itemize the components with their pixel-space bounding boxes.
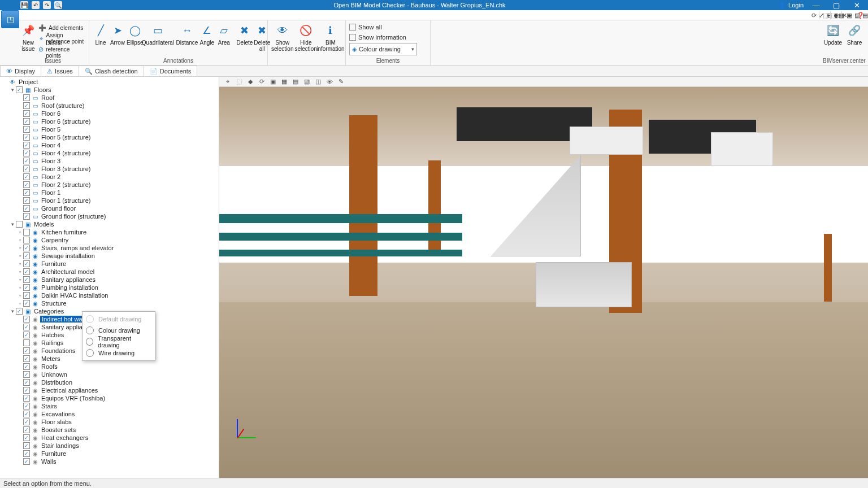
tab-clash-detection[interactable]: 🔍Clash detection bbox=[79, 66, 144, 76]
expander-icon[interactable]: ▫ bbox=[17, 245, 23, 251]
menu-item-transparent-drawing[interactable]: Transparent drawing bbox=[83, 336, 155, 347]
tree-node[interactable]: ◉Walls bbox=[2, 457, 219, 465]
app-button[interactable]: ◳ bbox=[1, 10, 19, 28]
checkbox[interactable] bbox=[16, 221, 23, 228]
tab-documents[interactable]: 📄Documents bbox=[144, 66, 198, 76]
tree-node[interactable]: ▫◉Architectural model bbox=[2, 268, 219, 276]
quadrilateral-button[interactable]: ▭Quadrilateral bbox=[144, 21, 171, 46]
tree-node[interactable]: ▭Floor 1 (structure) bbox=[2, 197, 219, 204]
vs-icon[interactable]: ⟳ bbox=[811, 11, 817, 19]
close-button[interactable]: ✕ bbox=[849, 1, 865, 10]
tree-node[interactable]: ▭Floor 3 (structure) bbox=[2, 165, 219, 173]
checkbox[interactable] bbox=[23, 134, 30, 141]
checkbox[interactable] bbox=[23, 102, 30, 109]
tree-node[interactable]: ◉Floor slabs bbox=[2, 418, 219, 426]
hide-selection-button[interactable]: 🚫Hide selection bbox=[294, 21, 316, 52]
tree-node[interactable]: ▭Ground floor bbox=[2, 204, 219, 212]
tree-node[interactable]: ◉Booster sets bbox=[2, 426, 219, 434]
view-tool-icon[interactable]: ▤ bbox=[292, 78, 300, 86]
tab-display[interactable]: 👁Display bbox=[0, 66, 41, 76]
expander-icon[interactable]: ▫ bbox=[17, 277, 23, 282]
checkbox[interactable] bbox=[23, 411, 30, 417]
checkbox[interactable] bbox=[23, 197, 30, 204]
expander-icon[interactable]: ▫ bbox=[17, 261, 23, 267]
tree-node[interactable]: ◉Electrical appliances bbox=[2, 386, 219, 394]
3d-viewport[interactable] bbox=[219, 87, 868, 478]
login-button[interactable]: 👤 Login bbox=[778, 2, 804, 9]
checkbox[interactable] bbox=[23, 426, 30, 433]
tree-node[interactable]: ▭Ground floor (structure) bbox=[2, 212, 219, 220]
tree-node[interactable]: ▾▣Models bbox=[2, 220, 219, 228]
ellipse-button[interactable]: ◯Ellipse bbox=[127, 21, 143, 46]
tree-node[interactable]: ▭Floor 1 bbox=[2, 189, 219, 197]
tree-node[interactable]: ◉Stair landings bbox=[2, 442, 219, 450]
tree-node[interactable]: ▭Floor 4 bbox=[2, 141, 219, 149]
checkbox[interactable] bbox=[23, 245, 30, 251]
view-tool-icon[interactable]: ✎ bbox=[337, 78, 345, 86]
checkbox[interactable] bbox=[23, 189, 30, 196]
tree-node[interactable]: ◉Furniture bbox=[2, 450, 219, 457]
tree-node[interactable]: ▫◉Daikin HVAC installation bbox=[2, 291, 219, 299]
checkbox[interactable] bbox=[23, 355, 30, 362]
tree-node[interactable]: ◉Excavations bbox=[2, 410, 219, 418]
expander-icon[interactable]: ▫ bbox=[17, 269, 23, 274]
checkbox[interactable] bbox=[23, 165, 30, 172]
tree-node[interactable]: ◉Roofs bbox=[2, 363, 219, 371]
checkbox[interactable] bbox=[23, 363, 30, 370]
help-icon[interactable]: ❓ bbox=[857, 11, 865, 19]
minimize-button[interactable]: — bbox=[808, 1, 824, 10]
tree-node[interactable]: ▫◉Structure bbox=[2, 299, 219, 307]
tree-node[interactable]: ◉Stairs bbox=[2, 402, 219, 410]
delete-reference-points-button[interactable]: ⊘Delete reference points bbox=[37, 44, 85, 54]
view-tool-icon[interactable]: ⌖ bbox=[224, 78, 232, 86]
vs-icon[interactable]: ● bbox=[845, 11, 853, 19]
checkbox[interactable] bbox=[23, 284, 30, 291]
tree-node[interactable]: ▫◉Plumbing installation bbox=[2, 284, 219, 291]
tab-issues[interactable]: ⚠Issues bbox=[41, 66, 79, 76]
tree-node[interactable]: ◉Unknown bbox=[2, 371, 219, 378]
expander-icon[interactable]: ▫ bbox=[17, 229, 23, 235]
tree-node[interactable]: ◉Equipos VRF (Toshiba) bbox=[2, 394, 219, 402]
vs-icon[interactable]: ◐ bbox=[834, 11, 840, 19]
update-button[interactable]: 🔄Update bbox=[823, 21, 843, 46]
checkbox[interactable] bbox=[23, 379, 30, 386]
checkbox[interactable] bbox=[23, 395, 30, 402]
checkbox[interactable] bbox=[23, 324, 30, 330]
checkbox[interactable] bbox=[23, 252, 30, 259]
tree-node[interactable]: ▭Floor 6 (structure) bbox=[2, 117, 219, 125]
expander-icon[interactable]: ▫ bbox=[17, 285, 23, 290]
tree-node[interactable]: ▭Roof bbox=[2, 94, 219, 102]
show-all-checkbox[interactable]: Show all bbox=[349, 23, 427, 32]
checkbox[interactable] bbox=[23, 94, 30, 101]
checkbox[interactable] bbox=[23, 434, 30, 441]
tree-node[interactable]: ▭Floor 2 (structure) bbox=[2, 181, 219, 189]
checkbox[interactable] bbox=[23, 229, 30, 236]
maximize-button[interactable]: ▢ bbox=[828, 1, 844, 10]
tree-node[interactable]: ◉Heat exchangers bbox=[2, 434, 219, 442]
view-tool-icon[interactable]: ⬚ bbox=[235, 78, 243, 86]
checkbox[interactable] bbox=[23, 213, 30, 220]
checkbox[interactable] bbox=[23, 173, 30, 180]
tree-node[interactable]: ▫◉Stairs, ramps and elevator bbox=[2, 244, 219, 252]
tree-node[interactable]: ▾▦Floors bbox=[2, 86, 219, 94]
distance-button[interactable]: ↔Distance bbox=[176, 21, 198, 46]
new-issue-button[interactable]: 📌 New issue bbox=[20, 21, 36, 52]
tree-node[interactable]: ▭Floor 5 bbox=[2, 125, 219, 133]
view-tool-icon[interactable]: ◆ bbox=[246, 78, 254, 86]
checkbox[interactable] bbox=[23, 150, 30, 156]
area-button[interactable]: ▱Area bbox=[216, 21, 232, 46]
expander-icon[interactable]: ▾ bbox=[10, 221, 16, 227]
tree-node[interactable]: 👁Project bbox=[2, 78, 219, 86]
checkbox[interactable] bbox=[23, 260, 30, 267]
add-elements-button[interactable]: ➕Add elements bbox=[37, 23, 85, 33]
expander-icon[interactable]: ▫ bbox=[17, 253, 23, 259]
view-tool-icon[interactable]: 👁 bbox=[326, 78, 333, 86]
tree-node[interactable]: ▭Floor 3 bbox=[2, 157, 219, 165]
checkbox[interactable] bbox=[23, 237, 30, 243]
expander-icon[interactable]: ▾ bbox=[10, 308, 16, 314]
view-tool-icon[interactable]: ▣ bbox=[269, 78, 277, 86]
show-information-checkbox[interactable]: Show information bbox=[349, 33, 427, 42]
checkbox[interactable] bbox=[23, 126, 30, 133]
angle-button[interactable]: ∠Angle bbox=[199, 21, 215, 46]
search-icon[interactable]: 🔍 bbox=[54, 1, 62, 9]
